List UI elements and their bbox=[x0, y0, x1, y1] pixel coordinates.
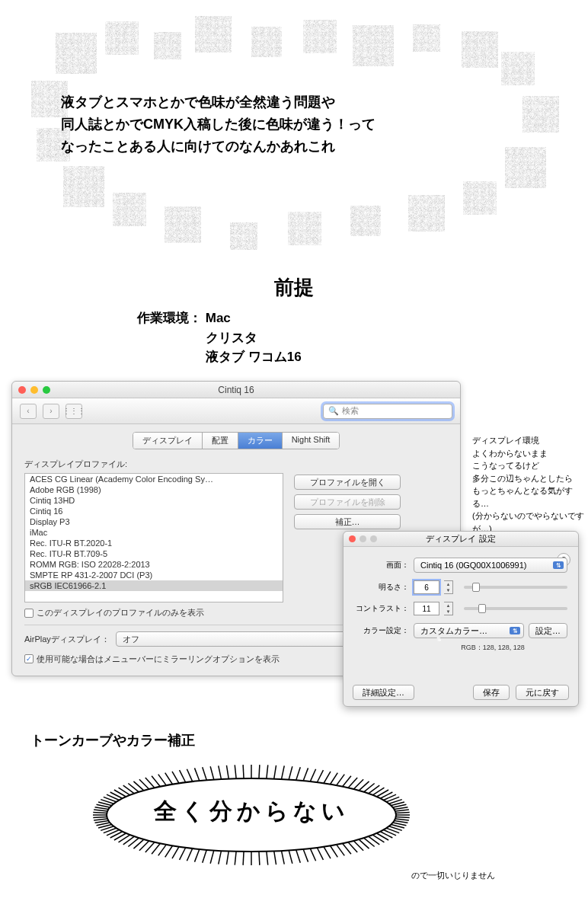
svg-line-125 bbox=[337, 775, 345, 786]
env-label: 作業環境： bbox=[137, 311, 202, 325]
list-item[interactable]: Adobe RGB (1998) bbox=[25, 484, 283, 495]
detail-settings-button[interactable]: 詳細設定… bbox=[353, 685, 414, 700]
svg-point-6 bbox=[356, 29, 390, 62]
svg-line-114 bbox=[259, 765, 260, 778]
checkbox-label: 使用可能な場合はメニューバーにミラーリングオプションを表示 bbox=[37, 654, 280, 665]
note-line: もっとちゃんとなる気がする… bbox=[472, 484, 586, 510]
svg-line-81 bbox=[94, 819, 107, 820]
svg-line-50 bbox=[274, 851, 276, 864]
svg-line-110 bbox=[226, 765, 228, 779]
svg-line-109 bbox=[219, 765, 222, 779]
svg-line-54 bbox=[243, 852, 244, 865]
svg-point-21 bbox=[34, 84, 65, 114]
svg-line-62 bbox=[180, 848, 186, 860]
svg-point-3 bbox=[198, 19, 228, 50]
profile-list[interactable]: ACES CG Linear (Academy Color Encoding S… bbox=[24, 473, 283, 602]
contrast-slider[interactable] bbox=[464, 607, 567, 610]
contrast-stepper[interactable]: ▲▼ bbox=[444, 602, 453, 615]
svg-line-117 bbox=[282, 765, 285, 779]
only-this-display-checkbox[interactable] bbox=[24, 609, 34, 618]
select-value: カスタムカラー… bbox=[420, 625, 487, 637]
brightness-stepper[interactable]: ▲▼ bbox=[444, 580, 453, 594]
brightness-label: 明るさ： bbox=[354, 582, 409, 593]
show-all-button[interactable]: ⋮⋮⋮ bbox=[66, 404, 82, 419]
side-note: ディスプレイ環境 よくわからないまま こうなってるけど 多分この辺ちゃんとしたら… bbox=[472, 434, 586, 535]
color-setting-select[interactable]: カスタムカラー… ⇅ bbox=[414, 623, 524, 638]
list-item[interactable]: ACES CG Linear (Academy Color Encoding S… bbox=[25, 474, 283, 484]
svg-line-43 bbox=[324, 847, 331, 859]
svg-line-102 bbox=[165, 773, 173, 785]
svg-line-124 bbox=[330, 773, 337, 785]
tab-group: ディスプレイ 配置 カラー Night Shift bbox=[133, 432, 340, 449]
list-item[interactable]: Rec. ITU-R BT.709-5 bbox=[25, 548, 283, 559]
brightness-field[interactable]: 6 bbox=[414, 580, 439, 594]
tiny-note: ので一切いじりません bbox=[411, 870, 495, 881]
svg-line-108 bbox=[210, 766, 214, 779]
svg-line-126 bbox=[343, 776, 351, 787]
calibrate-button[interactable]: 補正… bbox=[294, 514, 401, 529]
list-item[interactable]: iMac bbox=[25, 527, 283, 538]
svg-line-24 bbox=[396, 817, 410, 818]
tab-display[interactable]: ディスプレイ bbox=[133, 433, 203, 449]
svg-point-4 bbox=[254, 30, 279, 54]
svg-point-5 bbox=[306, 23, 334, 50]
svg-line-82 bbox=[93, 817, 107, 818]
list-item[interactable]: Cintiq 13HD bbox=[25, 495, 283, 506]
list-item[interactable]: Cintiq 16 bbox=[25, 506, 283, 516]
list-item[interactable]: ROMM RGB: ISO 22028-2:2013 bbox=[25, 559, 283, 570]
svg-line-40 bbox=[343, 843, 351, 854]
search-placeholder: 検索 bbox=[342, 405, 359, 417]
select-value: オフ bbox=[123, 634, 139, 645]
svg-point-2 bbox=[156, 34, 179, 57]
dialog-title: ディスプレイ 設定 bbox=[344, 533, 578, 545]
svg-line-48 bbox=[289, 850, 292, 863]
color-settings-button[interactable]: 設定… bbox=[529, 623, 567, 638]
color-setting-label: カラー設定： bbox=[354, 625, 409, 636]
svg-line-57 bbox=[219, 851, 222, 864]
env-item: Mac bbox=[206, 311, 231, 325]
forward-button[interactable]: › bbox=[43, 404, 59, 419]
svg-point-7 bbox=[415, 27, 438, 50]
svg-line-119 bbox=[296, 767, 301, 780]
revert-button[interactable]: 元に戻す bbox=[516, 685, 569, 700]
tab-color[interactable]: カラー bbox=[238, 433, 283, 449]
back-button[interactable]: ‹ bbox=[20, 404, 37, 419]
svg-line-141 bbox=[395, 810, 409, 811]
svg-line-52 bbox=[259, 852, 260, 865]
mirror-checkbox[interactable]: ✓ bbox=[24, 654, 34, 663]
screen-select[interactable]: Cintiq 16 (0GQ00X1006991) ⇅ bbox=[414, 558, 567, 573]
svg-line-84 bbox=[93, 813, 107, 813]
list-item[interactable]: Display P3 bbox=[25, 516, 283, 527]
tab-nightshift[interactable]: Night Shift bbox=[283, 433, 340, 449]
intro-line: 同人誌とかでCMYK入稿した後に色味が違う！って bbox=[61, 113, 527, 136]
svg-line-122 bbox=[317, 770, 323, 782]
svg-line-104 bbox=[180, 770, 186, 782]
tone-curve-heading: トーンカーブやカラー補正 bbox=[30, 731, 195, 749]
brightness-slider[interactable] bbox=[464, 586, 567, 589]
list-item[interactable]: SMPTE RP 431-2-2007 DCI (P3) bbox=[25, 570, 283, 580]
contrast-field[interactable]: 11 bbox=[414, 602, 439, 615]
search-icon: 🔍 bbox=[328, 406, 339, 416]
note-line: よくわからないまま bbox=[472, 447, 586, 460]
svg-line-111 bbox=[235, 765, 236, 778]
list-item[interactable]: sRGB IEC61966-2.1 bbox=[25, 580, 283, 591]
svg-line-41 bbox=[337, 845, 345, 856]
svg-line-47 bbox=[296, 850, 301, 863]
svg-point-1 bbox=[108, 24, 136, 52]
dialog-titlebar[interactable]: ディスプレイ 設定 bbox=[344, 532, 578, 547]
save-button[interactable]: 保存 bbox=[473, 685, 510, 700]
svg-line-59 bbox=[203, 850, 207, 863]
svg-line-49 bbox=[282, 851, 285, 864]
svg-line-61 bbox=[187, 848, 192, 861]
list-item[interactable]: Rec. ITU-R BT.2020-1 bbox=[25, 538, 283, 548]
window-titlebar[interactable]: Cintiq 16 bbox=[12, 382, 460, 398]
select-value: Cintiq 16 (0GQ00X1006991) bbox=[420, 561, 526, 570]
tab-arrangement[interactable]: 配置 bbox=[203, 433, 238, 449]
open-profile-button[interactable]: プロファイルを開く bbox=[294, 475, 401, 490]
spiky-text: 全く分からない bbox=[107, 796, 396, 827]
svg-point-16 bbox=[232, 225, 255, 248]
svg-line-103 bbox=[172, 772, 179, 784]
intro-line: なったことある人に向けてのなんかあれこれ bbox=[61, 136, 527, 158]
display-settings-dialog: ディスプレイ 設定 ? 画面： Cintiq 16 (0GQ00X1006991… bbox=[343, 531, 579, 707]
search-input[interactable]: 🔍 検索 bbox=[323, 404, 452, 419]
